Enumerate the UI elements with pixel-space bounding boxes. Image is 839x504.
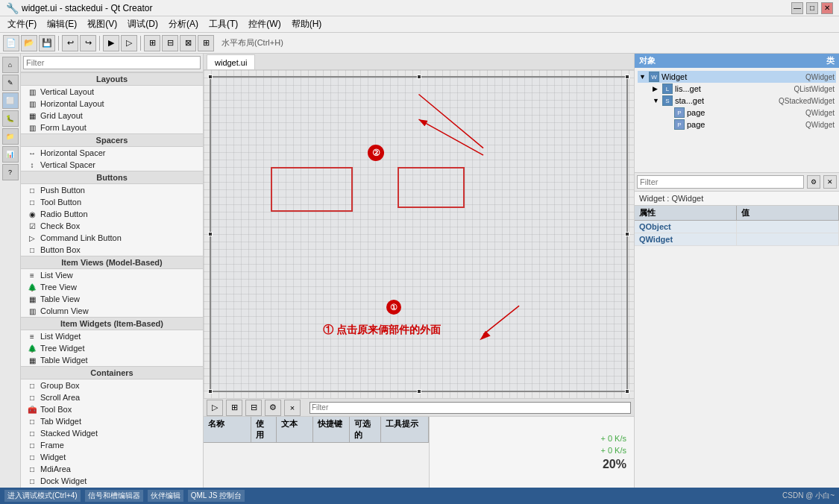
tool-help[interactable]: ? — [2, 164, 19, 180]
menu-file[interactable]: 文件(F) — [3, 16, 41, 32]
toolbar-new[interactable]: 📄 — [3, 35, 19, 51]
widget-qax-widget[interactable]: □QAxWidget — [21, 487, 203, 488]
prop-col-name: 属性 — [635, 206, 737, 220]
menu-edit[interactable]: 编辑(E) — [43, 16, 81, 32]
menu-analyze[interactable]: 分析(A) — [164, 16, 203, 32]
handle-ml[interactable] — [208, 232, 213, 236]
widget-dock-widget[interactable]: □Dock Widget — [21, 475, 203, 487]
widget-tool-box[interactable]: 🧰Tool Box — [21, 403, 203, 415]
widget-stacked-widget[interactable]: □Stacked Widget — [21, 427, 203, 439]
widget-tree-view[interactable]: 🌲Tree View — [21, 281, 203, 293]
status-item-1[interactable]: 进入调试模式(Ctrl+4) — [4, 490, 81, 502]
canvas-tab-widget[interactable]: widget.ui — [207, 54, 255, 69]
tool-edit[interactable]: ✎ — [2, 75, 19, 91]
widget-tool-button[interactable]: □Tool Button — [21, 196, 203, 208]
menu-help[interactable]: 帮助(H) — [287, 16, 327, 32]
tool-debug[interactable]: 🐛 — [2, 110, 19, 127]
widget-frame[interactable]: □Frame — [21, 439, 203, 451]
toolbar-align-center[interactable]: ⊟ — [162, 35, 178, 51]
toolbar-save[interactable]: 💾 — [39, 35, 55, 51]
toolbar-open[interactable]: 📂 — [21, 35, 37, 51]
handle-mr[interactable] — [625, 232, 629, 236]
prop-filter-input[interactable] — [637, 175, 804, 189]
widget-form-layout[interactable]: ▥Form Layout — [21, 122, 203, 133]
widget-scroll-area[interactable]: □Scroll Area — [21, 391, 203, 403]
widget-filter-input[interactable] — [23, 56, 201, 69]
canvas-content[interactable]: ② ① ① 点击原来俩部件的外面 — [204, 70, 634, 398]
widget-h-spacer[interactable]: ↔Horizontal Spacer — [21, 147, 203, 159]
menu-view[interactable]: 视图(V) — [83, 16, 122, 32]
tree-item-listget[interactable]: ▶ L lis...get QListWidget — [638, 83, 836, 95]
widget-table-widget[interactable]: ▦Table Widget — [21, 354, 203, 366]
handle-br[interactable] — [625, 389, 629, 394]
bottom-filter-input[interactable] — [309, 402, 631, 414]
widget-v-spacer[interactable]: ↕Vertical Spacer — [21, 159, 203, 171]
menu-tools[interactable]: 工具(T) — [204, 16, 242, 32]
widget-horizontal-layout[interactable]: ▥Horizontal Layout — [21, 98, 203, 110]
handle-bl[interactable] — [208, 389, 213, 394]
toolbar-align-right[interactable]: ⊠ — [180, 35, 196, 51]
list-icon: ≡ — [27, 270, 37, 280]
toolbar-undo[interactable]: ↩ — [62, 35, 78, 51]
prop-row-qwidget[interactable]: QWidget — [635, 233, 839, 246]
main-widget-frame[interactable] — [210, 76, 628, 392]
handle-tl[interactable] — [208, 75, 213, 79]
minimize-button[interactable]: — — [791, 2, 803, 14]
tool-project[interactable]: 📁 — [2, 128, 19, 145]
widget-push-button[interactable]: □Push Button — [21, 184, 203, 196]
widget-vertical-layout[interactable]: ▥Vertical Layout — [21, 86, 203, 98]
object-tree-panel: 对象 类 ▼ W Widget QWidget ▶ L lis...get QL — [635, 54, 839, 173]
toolbar-build[interactable]: ▶ — [103, 35, 119, 51]
bottom-tb-btn2[interactable]: ⊞ — [226, 400, 242, 416]
widget-group-box[interactable]: □Group Box — [21, 379, 203, 391]
tree-item-widget[interactable]: ▼ W Widget QWidget — [638, 71, 836, 83]
bottom-tb-btn1[interactable]: ▷ — [207, 400, 223, 416]
handle-bm[interactable] — [417, 389, 421, 394]
bottom-tb-btn3[interactable]: ⊟ — [245, 400, 262, 416]
widget-check-box[interactable]: ☑Check Box — [21, 220, 203, 232]
prop-close-btn[interactable]: ✕ — [823, 175, 837, 189]
tool-welcome[interactable]: ⌂ — [2, 57, 19, 73]
tree-label-stacked: sta...get — [675, 96, 704, 105]
maximize-button[interactable]: □ — [806, 2, 818, 14]
widget-tree-widget[interactable]: 🌲Tree Widget — [21, 342, 203, 354]
widget-table-view[interactable]: ▦Table View — [21, 293, 203, 305]
status-item-4[interactable]: QML JS 控制台 — [188, 490, 245, 502]
widget-widget[interactable]: □Widget — [21, 451, 203, 463]
tree-item-page1[interactable]: P page QWidget — [638, 107, 836, 119]
tree-item-stacked[interactable]: ▼ S sta...get QStackedWidget — [638, 95, 836, 107]
handle-tr[interactable] — [625, 75, 629, 79]
prop-filter-btn[interactable]: ⚙ — [807, 175, 820, 189]
toolbar-grid[interactable]: ⊞ — [198, 35, 214, 51]
inner-widget-1[interactable] — [271, 167, 353, 212]
menu-debug[interactable]: 调试(D) — [123, 16, 163, 32]
handle-tm[interactable] — [417, 75, 421, 79]
widget-list-widget[interactable]: ≡List Widget — [21, 330, 203, 342]
tool-design[interactable]: ⬜ — [2, 92, 19, 109]
bottom-tb-btn5[interactable]: × — [284, 400, 301, 416]
status-item-3[interactable]: 伙伴编辑 — [148, 490, 183, 502]
inner-widget-2[interactable] — [397, 167, 465, 208]
buttonbox-icon: □ — [27, 245, 37, 255]
menu-widget[interactable]: 控件(W) — [244, 16, 285, 32]
widget-mdi-area[interactable]: □MdiArea — [21, 463, 203, 475]
widget-column-view[interactable]: ▥Column View — [21, 305, 203, 317]
bottom-tb-btn4[interactable]: ⚙ — [265, 400, 281, 416]
section-buttons: Buttons — [21, 171, 203, 184]
close-button[interactable]: ✕ — [821, 2, 833, 14]
canvas-tab-bar: widget.ui — [204, 54, 634, 70]
frame-icon: □ — [27, 440, 37, 450]
prop-row-qobject[interactable]: QObject — [635, 221, 839, 233]
toolbar-run[interactable]: ▷ — [121, 35, 137, 51]
status-item-2[interactable]: 信号和槽编辑器 — [85, 490, 143, 502]
widget-grid-layout[interactable]: ▦Grid Layout — [21, 110, 203, 122]
widget-button-box[interactable]: □Button Box — [21, 244, 203, 256]
widget-tab-widget[interactable]: □Tab Widget — [21, 415, 203, 427]
widget-radio-button[interactable]: ◉Radio Button — [21, 208, 203, 220]
widget-command-link[interactable]: ▷Command Link Button — [21, 232, 203, 244]
toolbar-redo[interactable]: ↪ — [80, 35, 96, 51]
toolbar-align-left[interactable]: ⊞ — [144, 35, 160, 51]
widget-list-view[interactable]: ≡List View — [21, 269, 203, 281]
tree-item-page2[interactable]: P page QWidget — [638, 119, 836, 130]
tool-analyze[interactable]: 📊 — [2, 146, 19, 163]
